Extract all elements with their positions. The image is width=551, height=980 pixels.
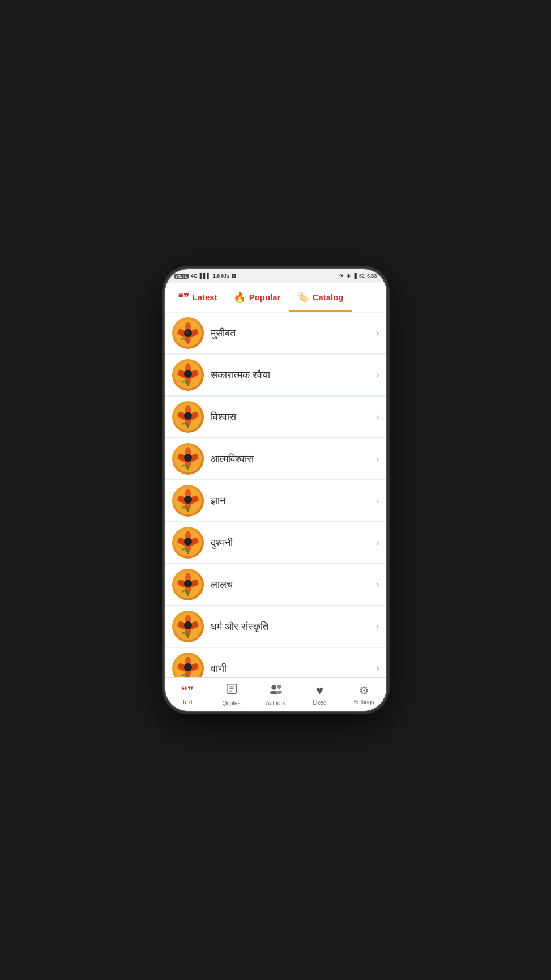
settings-nav-icon: ⚙ xyxy=(359,684,369,697)
list-item[interactable]: मुसीबत › xyxy=(165,313,386,354)
svg-point-16 xyxy=(184,370,192,378)
tag-icon: 🏷️ xyxy=(297,291,309,304)
svg-point-72 xyxy=(184,663,192,671)
nav-quotes[interactable]: Quotes xyxy=(215,680,249,709)
battery-icon: ▐ xyxy=(353,273,357,279)
nav-liked[interactable]: ♥ Liked xyxy=(303,681,337,708)
category-icon xyxy=(172,359,204,391)
svg-point-93 xyxy=(276,691,281,694)
text-nav-icon: ❝❞ xyxy=(181,684,194,697)
nav-quotes-label: Quotes xyxy=(222,700,240,706)
top-tab-bar: ❝❞ Latest 🔥 Popular 🏷️ Catalog xyxy=(165,283,386,312)
eye-icon: 👁 xyxy=(339,273,344,279)
bottom-navigation: ❝❞ Text Quotes xyxy=(165,677,386,711)
phone-shell: VoLTE 4G ▌▌▌ 1.6 K/s ⊠ 👁 ✱ ▐ 52 6:33 ❝❞ … xyxy=(165,269,386,711)
tab-latest-label: Latest xyxy=(193,292,217,302)
chevron-right-icon: › xyxy=(376,621,379,632)
category-label: वाणी xyxy=(204,663,377,675)
chevron-right-icon: › xyxy=(376,412,379,422)
chevron-right-icon: › xyxy=(376,328,379,338)
nav-settings-label: Settings xyxy=(353,699,374,705)
category-icon xyxy=(172,401,204,433)
catalog-list: मुसीबत › xyxy=(165,312,386,677)
signal-strength: 4G xyxy=(191,273,198,279)
category-label: विश्वास xyxy=(204,411,377,423)
svg-point-8 xyxy=(186,331,188,333)
chevron-right-icon: › xyxy=(376,496,379,506)
fire-icon: 🔥 xyxy=(233,291,246,304)
category-icon xyxy=(172,611,204,642)
tab-latest[interactable]: ❝❞ Latest xyxy=(170,283,225,312)
svg-point-92 xyxy=(277,685,281,689)
list-item[interactable]: विश्वास › xyxy=(165,397,386,438)
tab-catalog-label: Catalog xyxy=(313,292,344,302)
chevron-right-icon: › xyxy=(376,663,379,674)
category-icon xyxy=(172,527,204,559)
category-label: ज्ञान xyxy=(204,495,377,507)
category-icon xyxy=(172,443,204,475)
category-label: मुसीबत xyxy=(204,327,377,339)
sim-icon: ⊠ xyxy=(232,273,236,279)
nav-text[interactable]: ❝❞ Text xyxy=(170,681,204,708)
svg-point-56 xyxy=(184,580,192,587)
category-label: सकारात्मक रवैया xyxy=(204,369,377,381)
svg-point-64 xyxy=(184,621,192,629)
clock: 6:33 xyxy=(367,273,377,279)
svg-point-48 xyxy=(184,538,192,546)
nav-authors[interactable]: Authors xyxy=(259,680,293,709)
bluetooth-icon: ✱ xyxy=(347,273,351,279)
category-label: लालच xyxy=(204,579,377,591)
quotes-nav-icon xyxy=(225,683,238,698)
list-item[interactable]: आत्मविश्वास › xyxy=(165,438,386,480)
liked-nav-icon: ♥ xyxy=(316,683,323,698)
list-item[interactable]: दुश्मनी › xyxy=(165,522,386,564)
nav-authors-label: Authors xyxy=(266,700,285,706)
authors-nav-icon xyxy=(269,683,283,698)
category-label: धर्म और संस्कृति xyxy=(204,621,377,633)
nav-text-label: Text xyxy=(182,699,192,705)
list-item[interactable]: ज्ञान › xyxy=(165,480,386,522)
svg-point-90 xyxy=(271,685,276,690)
battery-level: 52 xyxy=(359,273,365,279)
nav-settings[interactable]: ⚙ Settings xyxy=(347,681,381,708)
list-item[interactable]: वाणी › xyxy=(165,648,386,677)
category-label: आत्मविश्वास xyxy=(204,453,377,465)
nav-liked-label: Liked xyxy=(313,700,327,706)
svg-point-32 xyxy=(184,454,192,462)
category-icon xyxy=(172,485,204,517)
list-item[interactable]: धर्म और संस्कृति › xyxy=(165,606,386,647)
tab-catalog[interactable]: 🏷️ Catalog xyxy=(289,283,352,312)
signal-bars-icon: ▌▌▌ xyxy=(200,273,211,279)
svg-point-40 xyxy=(184,496,192,504)
status-left: VoLTE 4G ▌▌▌ 1.6 K/s ⊠ xyxy=(174,273,236,279)
status-right: 👁 ✱ ▐ 52 6:33 xyxy=(339,273,377,279)
svg-point-7 xyxy=(184,329,192,337)
volte-badge: VoLTE xyxy=(174,274,189,279)
list-item[interactable]: सकारात्मक रवैया › xyxy=(165,355,386,396)
category-icon xyxy=(172,317,204,349)
chevron-right-icon: › xyxy=(376,580,379,590)
data-speed: 1.6 K/s xyxy=(213,273,229,279)
category-icon xyxy=(172,653,204,677)
list-item[interactable]: लालच › xyxy=(165,564,386,606)
svg-point-24 xyxy=(184,412,192,420)
category-label: दुश्मनी xyxy=(204,537,377,549)
chevron-right-icon: › xyxy=(376,538,379,548)
category-icon xyxy=(172,569,204,600)
tab-popular[interactable]: 🔥 Popular xyxy=(225,283,289,312)
tab-popular-label: Popular xyxy=(249,292,281,302)
chevron-right-icon: › xyxy=(376,454,379,464)
status-bar: VoLTE 4G ▌▌▌ 1.6 K/s ⊠ 👁 ✱ ▐ 52 6:33 xyxy=(165,269,386,283)
phone-content: ❝❞ Latest 🔥 Popular 🏷️ Catalog xyxy=(165,283,386,711)
quote-icon: ❝❞ xyxy=(178,291,189,304)
chevron-right-icon: › xyxy=(376,370,379,380)
